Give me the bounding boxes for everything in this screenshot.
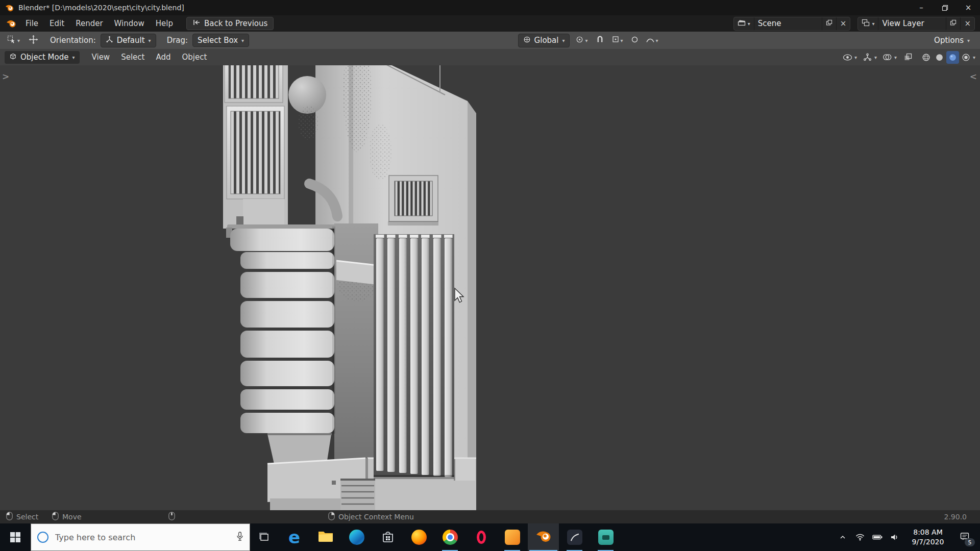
menu-window[interactable]: Window bbox=[109, 17, 150, 30]
close-icon: × bbox=[964, 20, 971, 28]
notification-count-badge: 5 bbox=[965, 538, 975, 546]
expand-panel-left-icon[interactable]: > bbox=[2, 72, 9, 81]
blender-logo-icon[interactable] bbox=[6, 19, 16, 28]
gizmos-button[interactable] bbox=[861, 51, 874, 64]
shading-material-button[interactable] bbox=[946, 51, 959, 64]
viewport-3d[interactable]: > < bbox=[0, 65, 980, 510]
taskbar-search[interactable] bbox=[31, 523, 250, 551]
pivot-point-button[interactable]: ▾ bbox=[574, 35, 590, 46]
taskbar-app-firefox[interactable] bbox=[403, 523, 434, 551]
microsoft-store-icon bbox=[381, 530, 395, 545]
proportional-editing-button[interactable] bbox=[629, 35, 640, 46]
taskbar-app-edge[interactable] bbox=[341, 523, 372, 551]
overlays-button[interactable] bbox=[881, 51, 894, 64]
chevron-down-icon[interactable]: ▾ bbox=[894, 55, 897, 60]
blender-icon bbox=[535, 530, 552, 545]
add-view-layer-button[interactable] bbox=[946, 17, 960, 30]
start-button[interactable] bbox=[0, 523, 31, 551]
active-tool-button[interactable]: ▾ bbox=[5, 34, 22, 47]
windows-taskbar: e bbox=[0, 523, 980, 551]
browse-scene-button[interactable]: ▾ bbox=[734, 17, 754, 30]
shading-rendered-button[interactable] bbox=[960, 51, 972, 64]
clock-time: 8:08 AM bbox=[904, 528, 951, 537]
new-scene-button[interactable] bbox=[822, 17, 836, 30]
chevron-down-icon: ▾ bbox=[585, 38, 587, 43]
object-visibility-button[interactable] bbox=[841, 51, 854, 64]
chevron-down-icon[interactable]: ▾ bbox=[874, 55, 877, 60]
taskbar-app-chrome[interactable] bbox=[434, 523, 465, 551]
microphone-icon[interactable] bbox=[236, 532, 243, 543]
chevron-down-icon: ▾ bbox=[872, 21, 874, 27]
taskbar-app-store[interactable] bbox=[372, 523, 403, 551]
window-titlebar: Blender* [D:\models\2020\sept\city\city.… bbox=[0, 0, 980, 15]
remove-scene-button[interactable]: × bbox=[836, 17, 850, 30]
taskbar-app-opera[interactable] bbox=[465, 523, 497, 551]
taskbar-app-dark[interactable] bbox=[559, 523, 590, 551]
remove-view-layer-button[interactable]: × bbox=[960, 17, 974, 30]
scene-name-field[interactable]: Scene bbox=[754, 17, 822, 30]
viewport-menu-view[interactable]: View bbox=[87, 51, 115, 64]
window-close-button[interactable]: × bbox=[957, 0, 980, 15]
browse-view-layer-button[interactable]: ▾ bbox=[858, 17, 878, 30]
magnet-icon bbox=[596, 36, 604, 45]
model-city-building[interactable] bbox=[0, 65, 980, 510]
status-bar: Select Move Object Context Menu 2.90.0 bbox=[0, 510, 980, 523]
viewport-menu-add[interactable]: Add bbox=[151, 51, 176, 64]
clock-date: 9/7/2020 bbox=[904, 537, 951, 547]
chevron-down-icon: ▾ bbox=[656, 38, 658, 43]
scene-selector: ▾ Scene × bbox=[733, 17, 851, 31]
transform-orientation-dropdown[interactable]: Global ▾ bbox=[518, 34, 570, 47]
view-layer-name-field[interactable]: View Layer bbox=[878, 17, 946, 30]
move-tool-button[interactable] bbox=[27, 34, 40, 47]
taskbar-app-teal[interactable] bbox=[590, 523, 621, 551]
tool-settings-bar: ▾ Orientation: Default ▾ Drag: Select Bo… bbox=[0, 32, 980, 49]
scene-icon bbox=[738, 19, 746, 28]
taskbar-app-blender[interactable] bbox=[528, 523, 559, 551]
taskbar-clock[interactable]: 8:08 AM 9/7/2020 bbox=[904, 528, 951, 547]
snap-settings-button[interactable]: ▾ bbox=[610, 35, 625, 46]
back-arrow-icon bbox=[192, 19, 201, 28]
battery-icon[interactable] bbox=[870, 527, 885, 548]
drag-dropdown[interactable]: Select Box ▾ bbox=[192, 34, 249, 47]
window-minimize-button[interactable]: – bbox=[910, 0, 933, 15]
opera-icon bbox=[477, 531, 486, 544]
proportional-falloff-button[interactable]: ▾ bbox=[644, 35, 660, 46]
expand-panel-right-icon[interactable]: < bbox=[970, 72, 977, 81]
menu-render[interactable]: Render bbox=[70, 17, 108, 30]
orientation-dropdown[interactable]: Default ▾ bbox=[101, 34, 156, 47]
snap-toggle-button[interactable] bbox=[594, 35, 606, 46]
xray-toggle-button[interactable] bbox=[902, 51, 915, 64]
view-layer-selector: ▾ View Layer × bbox=[857, 17, 975, 31]
menu-help[interactable]: Help bbox=[151, 17, 178, 30]
action-center-button[interactable]: 5 bbox=[953, 527, 976, 548]
file-explorer-icon bbox=[318, 530, 333, 544]
shading-wireframe-button[interactable] bbox=[920, 51, 933, 64]
chevron-down-icon: ▾ bbox=[621, 38, 623, 43]
viewport-menu-select[interactable]: Select bbox=[116, 51, 150, 64]
chevron-down-icon: ▾ bbox=[72, 55, 75, 60]
speaker-icon[interactable] bbox=[887, 527, 902, 548]
chevron-down-icon[interactable]: ▾ bbox=[854, 55, 857, 60]
close-icon: × bbox=[840, 20, 847, 28]
building-vent-column bbox=[223, 65, 288, 229]
drag-label: Drag: bbox=[167, 36, 188, 45]
tray-chevron-up-icon[interactable] bbox=[835, 527, 850, 548]
status-move-hint: Move bbox=[52, 510, 82, 523]
window-restore-button[interactable] bbox=[933, 0, 957, 15]
wifi-icon[interactable] bbox=[852, 527, 868, 548]
left-mouse-drag-icon bbox=[52, 512, 59, 522]
object-mode-icon bbox=[9, 53, 17, 62]
taskbar-search-input[interactable] bbox=[54, 532, 231, 543]
taskbar-app-edge-legacy[interactable]: e bbox=[279, 523, 310, 551]
options-dropdown[interactable]: Options ▾ bbox=[929, 34, 975, 47]
menu-edit[interactable]: Edit bbox=[44, 17, 69, 30]
task-view-button[interactable] bbox=[250, 523, 279, 551]
back-to-previous-button[interactable]: Back to Previous bbox=[186, 17, 274, 30]
viewport-menu-object[interactable]: Object bbox=[177, 51, 212, 64]
shading-solid-button[interactable] bbox=[933, 51, 946, 64]
chevron-down-icon[interactable]: ▾ bbox=[973, 55, 975, 60]
taskbar-app-file-explorer[interactable] bbox=[310, 523, 341, 551]
taskbar-app-orange[interactable] bbox=[497, 523, 528, 551]
mode-dropdown[interactable]: Object Mode ▾ bbox=[5, 51, 80, 64]
menu-file[interactable]: File bbox=[20, 17, 43, 30]
